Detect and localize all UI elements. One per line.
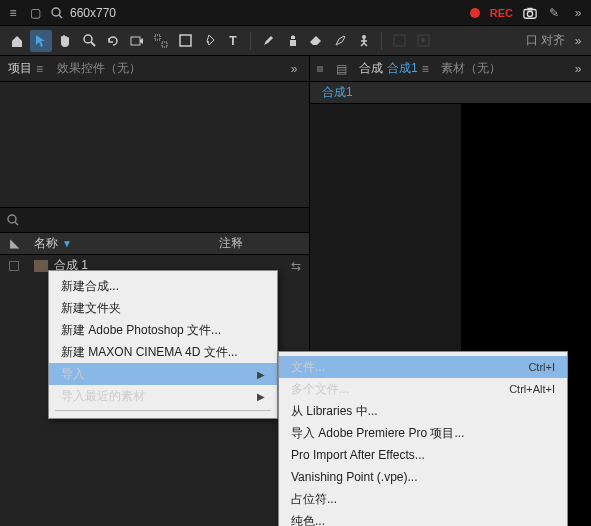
search-box[interactable] <box>50 6 150 20</box>
menu-import-recent[interactable]: 导入最近的素材▶ <box>49 385 277 407</box>
clone-tool-icon[interactable] <box>281 30 303 52</box>
label-swatch-icon[interactable] <box>9 261 19 271</box>
layer-switch-icon[interactable]: ▤ <box>336 62 347 76</box>
menu-new-folder[interactable]: 新建文件夹 <box>49 297 277 319</box>
menu-vanishing-point[interactable]: Vanishing Point (.vpe)... <box>279 466 567 488</box>
camera-icon[interactable] <box>523 6 537 20</box>
svg-line-24 <box>15 222 18 225</box>
tab-footage[interactable]: 素材（无） <box>441 60 501 77</box>
edit-icon[interactable]: ✎ <box>547 6 561 20</box>
svg-line-19 <box>364 43 367 46</box>
svg-point-0 <box>52 8 60 16</box>
menu-import-premiere-project[interactable]: 导入 Adobe Premiere Pro 项目... <box>279 422 567 444</box>
toolbar: T 口 对齐 » <box>0 26 591 56</box>
svg-point-11 <box>207 41 209 43</box>
menu-import-file[interactable]: 文件...Ctrl+I <box>279 356 567 378</box>
menu-solid-color[interactable]: 纯色... <box>279 510 567 526</box>
tab-effect-controls[interactable]: 效果控件（无） <box>57 60 141 77</box>
svg-point-23 <box>8 215 16 223</box>
shortcut-label: Ctrl+I <box>528 361 555 373</box>
search-input[interactable] <box>70 6 150 20</box>
puppet-tool-icon[interactable] <box>353 30 375 52</box>
rotate-tool-icon[interactable] <box>102 30 124 52</box>
panel-expand-icon[interactable]: » <box>287 62 301 76</box>
project-search-icon <box>6 213 20 227</box>
tab-composition[interactable]: 合成 合成1 ≡ <box>359 60 429 77</box>
shortcut-label: Ctrl+Alt+I <box>509 383 555 395</box>
menu-icon[interactable]: ≡ <box>6 6 20 20</box>
svg-rect-10 <box>180 35 191 46</box>
svg-point-3 <box>527 11 532 16</box>
project-search-row <box>0 207 309 233</box>
record-dot-icon[interactable] <box>470 8 480 18</box>
hand-tool-icon[interactable] <box>54 30 76 52</box>
svg-rect-4 <box>527 7 532 10</box>
tab-menu-icon[interactable]: ≡ <box>36 62 43 76</box>
project-preview-area <box>0 82 309 207</box>
comp-subtab[interactable]: 合成1 <box>322 84 353 101</box>
eraser-tool-icon[interactable] <box>305 30 327 52</box>
submenu-arrow-icon: ▶ <box>257 391 265 402</box>
menu-pro-import[interactable]: Pro Import After Effects... <box>279 444 567 466</box>
title-bar: ≡ ▢ REC ✎ » <box>0 0 591 26</box>
camera-tool-icon[interactable] <box>126 30 148 52</box>
svg-rect-9 <box>162 42 167 47</box>
context-menu-import-sub: 文件...Ctrl+I 多个文件...Ctrl+Alt+I 从 Librarie… <box>278 351 568 526</box>
align-toggle[interactable]: 口 对齐 <box>526 32 565 49</box>
viewer-expand-icon[interactable]: » <box>571 62 585 76</box>
comment-column-header[interactable]: 注释 <box>219 235 309 252</box>
text-tool-icon[interactable]: T <box>222 30 244 52</box>
sort-arrow-icon: ▼ <box>62 238 72 249</box>
shape-tool-icon[interactable] <box>174 30 196 52</box>
toolbar-expand-icon[interactable]: » <box>571 34 585 48</box>
snap-toggle-icon[interactable] <box>412 30 434 52</box>
anchor-tool-icon[interactable] <box>150 30 172 52</box>
record-label: REC <box>490 7 513 19</box>
menu-new-c4d-file[interactable]: 新建 MAXON CINEMA 4D 文件... <box>49 341 277 363</box>
home-icon[interactable] <box>6 30 28 52</box>
svg-rect-8 <box>155 35 160 40</box>
svg-rect-7 <box>131 37 140 45</box>
context-menu-project: 新建合成... 新建文件夹 新建 Adobe Photoshop 文件... 新… <box>48 270 278 419</box>
svg-line-6 <box>91 42 95 46</box>
brush-tool-icon[interactable] <box>257 30 279 52</box>
svg-rect-12 <box>290 40 296 46</box>
menu-import-multiple-files[interactable]: 多个文件...Ctrl+Alt+I <box>279 378 567 400</box>
svg-point-15 <box>362 35 366 39</box>
menu-new-composition[interactable]: 新建合成... <box>49 275 277 297</box>
grid-toggle-icon[interactable] <box>388 30 410 52</box>
roto-tool-icon[interactable] <box>329 30 351 52</box>
project-search-input[interactable] <box>26 213 303 227</box>
flowchart-icon[interactable]: ⇆ <box>291 259 301 273</box>
svg-point-22 <box>421 38 425 42</box>
expand-icon[interactable]: » <box>571 6 585 20</box>
zoom-tool-icon[interactable] <box>78 30 100 52</box>
menu-separator <box>55 410 271 411</box>
window-icon[interactable]: ▢ <box>28 6 42 20</box>
menu-placeholder[interactable]: 占位符... <box>279 488 567 510</box>
active-marker-icon <box>317 66 323 72</box>
menu-new-photoshop-file[interactable]: 新建 Adobe Photoshop 文件... <box>49 319 277 341</box>
selection-tool-icon[interactable] <box>30 30 52 52</box>
submenu-arrow-icon: ▶ <box>257 369 265 380</box>
svg-rect-20 <box>394 35 405 46</box>
project-column-header: ◣ 名称▼ 注释 <box>0 233 309 255</box>
composition-icon <box>34 260 48 272</box>
viewer-tab-menu-icon[interactable]: ≡ <box>422 62 429 76</box>
label-column-icon[interactable]: ◣ <box>7 236 21 250</box>
menu-import[interactable]: 导入▶ <box>49 363 277 385</box>
tab-project[interactable]: 项目 ≡ <box>8 60 43 77</box>
svg-line-1 <box>59 15 62 18</box>
pen-tool-icon[interactable] <box>198 30 220 52</box>
name-column-header[interactable]: 名称▼ <box>28 235 219 252</box>
search-icon <box>50 6 64 20</box>
menu-import-from-libraries[interactable]: 从 Libraries 中... <box>279 400 567 422</box>
svg-line-18 <box>361 43 364 46</box>
svg-point-5 <box>84 35 92 43</box>
